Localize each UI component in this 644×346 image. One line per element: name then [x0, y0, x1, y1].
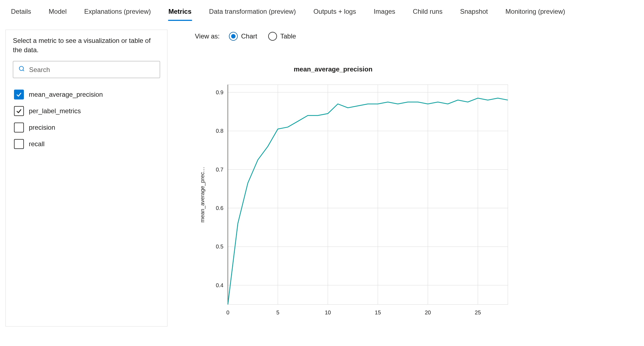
svg-text:10: 10 [325, 309, 331, 315]
svg-text:15: 15 [375, 309, 381, 315]
tab-details[interactable]: Details [10, 4, 32, 21]
line-chart[interactable]: 0.40.50.60.70.80.90510152025mean_average… [192, 79, 511, 326]
svg-text:0.4: 0.4 [216, 282, 223, 288]
svg-text:25: 25 [475, 309, 481, 315]
viewas-label-table: Table [280, 32, 296, 40]
view-as-radios: ChartTable [229, 32, 296, 41]
svg-text:0.7: 0.7 [216, 167, 223, 173]
svg-text:0: 0 [226, 309, 229, 315]
viewas-radio-chart[interactable]: Chart [229, 32, 257, 41]
search-input-wrapper[interactable] [13, 61, 160, 78]
radio-dot-icon [268, 32, 277, 41]
metric-item-precision[interactable]: precision [13, 120, 160, 136]
metric-item-per-label-metrics[interactable]: per_label_metrics [13, 103, 160, 120]
tab-metrics[interactable]: Metrics [168, 4, 192, 21]
metric-label-mean-average-precision: mean_average_precision [29, 91, 103, 98]
svg-text:0.6: 0.6 [216, 205, 223, 211]
svg-point-0 [19, 67, 23, 71]
chart-title: mean_average_precision [192, 65, 644, 73]
checkbox-recall[interactable] [14, 139, 24, 149]
svg-text:5: 5 [276, 309, 279, 315]
search-input[interactable] [29, 65, 155, 74]
tab-bar: DetailsModelExplanations (preview)Metric… [0, 0, 644, 21]
main-area: Select a metric to see a visualization o… [0, 21, 644, 326]
metric-item-mean-average-precision[interactable]: mean_average_precision [13, 87, 160, 103]
tab-outputs-logs[interactable]: Outputs + logs [313, 4, 357, 21]
metric-item-recall[interactable]: recall [13, 136, 160, 153]
svg-text:0.5: 0.5 [216, 243, 223, 250]
viewas-radio-table[interactable]: Table [268, 32, 296, 41]
view-as-group: View as: ChartTable [181, 30, 644, 47]
metric-label-per-label-metrics: per_label_metrics [29, 107, 81, 115]
metrics-sidebar: Select a metric to see a visualization o… [5, 30, 167, 326]
checkbox-mean-average-precision[interactable] [14, 90, 24, 99]
sidebar-hint: Select a metric to see a visualization o… [13, 36, 160, 54]
svg-text:mean_average_prec…: mean_average_prec… [199, 167, 206, 222]
tab-monitoring-preview[interactable]: Monitoring (preview) [505, 4, 565, 21]
checkbox-per-label-metrics[interactable] [14, 106, 24, 116]
svg-line-1 [23, 70, 24, 71]
checkbox-precision[interactable] [14, 123, 24, 132]
tab-data-transformation-preview[interactable]: Data transformation (preview) [209, 4, 296, 21]
svg-text:0.9: 0.9 [216, 89, 223, 95]
viewas-label-chart: Chart [241, 32, 257, 40]
chart-container: mean_average_precision 0.40.50.60.70.80.… [181, 47, 644, 326]
metric-label-precision: precision [29, 124, 55, 131]
tab-snapshot[interactable]: Snapshot [460, 4, 488, 21]
tab-child-runs[interactable]: Child runs [412, 4, 443, 21]
view-as-label: View as: [195, 32, 220, 40]
metrics-panel: View as: ChartTable mean_average_precisi… [181, 30, 644, 326]
metric-list: mean_average_precisionper_label_metricsp… [13, 87, 160, 153]
search-icon [18, 65, 25, 74]
metric-label-recall: recall [29, 140, 44, 148]
tab-images[interactable]: Images [373, 4, 396, 21]
svg-rect-2 [228, 85, 508, 305]
svg-text:20: 20 [425, 309, 431, 315]
tab-explanations-preview[interactable]: Explanations (preview) [84, 4, 152, 21]
tab-model[interactable]: Model [48, 4, 67, 21]
svg-text:0.8: 0.8 [216, 128, 223, 134]
radio-dot-icon [229, 32, 238, 41]
